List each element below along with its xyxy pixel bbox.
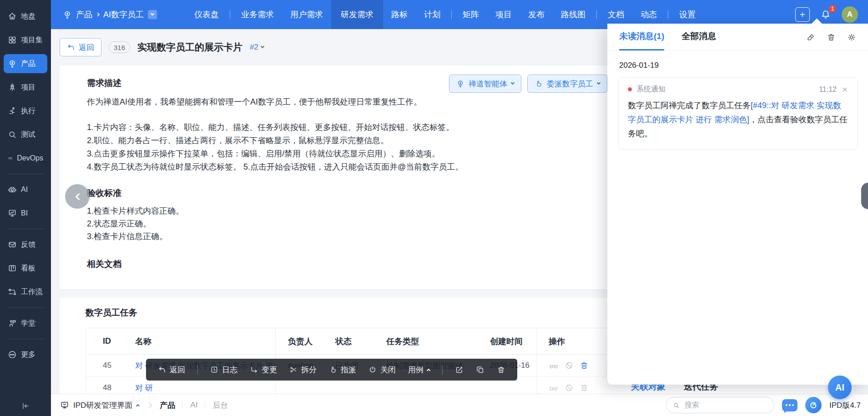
chat-bubble-icon[interactable] (782, 399, 797, 411)
ai-assistant-button[interactable]: AI (828, 376, 852, 399)
search-input[interactable] (684, 401, 767, 410)
tab-roadmap[interactable]: 路线图 (561, 0, 585, 29)
sidebar-item-bi[interactable]: BI (4, 204, 47, 223)
panel-header-actions (806, 24, 856, 50)
toolbar-edit-button[interactable] (455, 366, 464, 374)
statusbar-tab-ai[interactable]: AI (190, 401, 197, 410)
sidebar-item-school[interactable]: 学堂 (4, 314, 47, 333)
create-button[interactable] (795, 7, 810, 22)
toolbar-close-button[interactable]: 关闭 (368, 365, 396, 375)
column-header-created: 创建时间 (490, 328, 537, 354)
sidebar-item-kanban[interactable]: 看板 (4, 259, 47, 278)
delegate-employee-button[interactable]: 委派数字员工 (527, 75, 607, 93)
delete-trash-icon[interactable] (580, 361, 589, 370)
workflow-icon (8, 287, 17, 296)
message-time: 11:12 (819, 85, 837, 94)
tab-plan[interactable]: 计划 (424, 0, 440, 29)
power-icon (368, 366, 377, 374)
review-glasses-icon[interactable] (549, 383, 559, 393)
robot-icon (8, 185, 17, 194)
sidebar-item-ai[interactable]: AI (4, 180, 47, 199)
home-icon (8, 12, 17, 21)
notification-badge: 1 (829, 5, 836, 12)
avatar-initial: A (847, 10, 853, 19)
collapse-panel-handle[interactable] (65, 184, 90, 209)
feedback-icon (8, 240, 17, 249)
story-version: #2 (250, 43, 258, 52)
task-id: 45 (86, 361, 135, 370)
gear-icon[interactable] (847, 33, 856, 42)
delete-trash-icon[interactable] (580, 383, 589, 392)
app-name: IPD研发管理界面 (73, 400, 132, 411)
sidebar-item-label: 产品 (21, 59, 35, 69)
statusbar-tab-admin[interactable]: 后台 (212, 400, 228, 411)
sidebar-item-workflow[interactable]: 工作流 (4, 282, 47, 301)
toolbar-label: 指派 (341, 365, 356, 375)
clear-eraser-icon[interactable] (806, 33, 815, 42)
tab-dashboard[interactable]: 仪表盘 (194, 0, 219, 29)
back-button[interactable]: 返回 (60, 38, 101, 56)
sidebar-item-label: 项目集 (21, 35, 43, 45)
app-switcher[interactable]: IPD研发管理界面 (60, 400, 139, 411)
review-glasses-icon[interactable] (549, 361, 559, 371)
sidebar-item-home[interactable]: 地盘 (4, 7, 47, 26)
task-name-link[interactable]: 对 研 (135, 383, 153, 393)
sidebar-item-devops[interactable]: DevOps (4, 149, 47, 168)
pointing-hand-icon (535, 80, 543, 88)
sidebar-item-qa[interactable]: 测试 (4, 125, 47, 144)
toolbar-change-button[interactable]: 变更 (250, 365, 277, 375)
search-box (666, 397, 774, 413)
message-header: 系统通知 11:12 (628, 85, 848, 94)
breadcrumb-section[interactable]: 产品 (76, 9, 92, 20)
toolbar-assign-button[interactable]: 指派 (329, 365, 356, 375)
close-icon[interactable] (841, 86, 848, 93)
ai-fab-label: AI (835, 382, 844, 393)
tab-project[interactable]: 项目 (495, 0, 512, 29)
zentao-logo[interactable] (805, 397, 822, 413)
notifications-button[interactable]: 1 (818, 7, 833, 22)
sidebar-item-project[interactable]: 项目 (4, 78, 47, 97)
toolbar-copy-button[interactable] (476, 366, 484, 374)
story-version-dropdown[interactable]: #2 (250, 43, 264, 52)
toolbar-label: 返回 (170, 365, 185, 375)
delete-trash-icon[interactable] (827, 33, 836, 42)
toolbar-back-button[interactable]: 返回 (158, 365, 185, 375)
tab-user-requirements[interactable]: 用户需求 (290, 0, 323, 29)
statusbar-divider (182, 401, 183, 409)
toolbar-log-button[interactable]: 日志 (210, 365, 237, 375)
tab-matrix[interactable]: 矩阵 (463, 0, 479, 29)
notification-panel: 未读消息(1) 全部消息 2026-01-19 系统通知 11:12 数字员工阿… (607, 24, 868, 385)
sidebar-collapse-button[interactable] (0, 401, 51, 411)
sidebar-item-more[interactable]: 更多 (4, 345, 47, 364)
tab-unread-messages[interactable]: 未读消息(1) (619, 24, 664, 50)
tab-all-messages[interactable]: 全部消息 (681, 24, 716, 50)
sidebar-item-label: 反馈 (21, 240, 35, 250)
user-avatar[interactable]: A (842, 6, 858, 23)
swirl-logo-icon (808, 400, 819, 411)
delete-trash-icon (497, 366, 505, 374)
delegate-employee-label: 委派数字员工 (547, 79, 593, 89)
right-edge-handle[interactable] (861, 183, 868, 209)
sidebar: 地盘 项目集 产品 项目 执行 测试 DevOps AI (0, 0, 51, 416)
cancel-ban-icon[interactable] (565, 361, 574, 370)
breadcrumb-product[interactable]: AI数字员工 (103, 9, 144, 20)
tab-dev-requirements[interactable]: 研发需求 (331, 0, 383, 29)
sidebar-item-product[interactable]: 产品 (4, 54, 47, 73)
tab-release[interactable]: 发布 (528, 0, 545, 29)
sidebar-item-feedback[interactable]: 反馈 (4, 235, 47, 254)
product-switcher-button[interactable] (148, 10, 157, 19)
tab-roadmark[interactable]: 路标 (391, 0, 408, 29)
zentao-agent-button[interactable]: 禅道智能体 (449, 75, 521, 93)
statusbar-tab-product[interactable]: 产品 (160, 400, 175, 411)
tab-business-requirements[interactable]: 业务需求 (241, 0, 274, 29)
toolbar-split-button[interactable]: 拆分 (289, 365, 317, 375)
story-action-buttons: 禅道智能体 委派数字员工 (449, 75, 607, 93)
sidebar-item-execution[interactable]: 执行 (4, 101, 47, 120)
split-scissors-icon (289, 366, 298, 374)
notification-message-card[interactable]: 系统通知 11:12 数字员工阿禅完成了数字员工任务[#49::对 研发需求 实… (618, 77, 858, 150)
toolbar-usecase-button[interactable]: 用例 (408, 365, 430, 375)
toolbar-delete-button[interactable] (497, 366, 505, 374)
column-header-owner: 负责人 (276, 336, 335, 347)
cancel-ban-icon[interactable] (565, 383, 574, 392)
sidebar-item-program[interactable]: 项目集 (4, 30, 47, 50)
